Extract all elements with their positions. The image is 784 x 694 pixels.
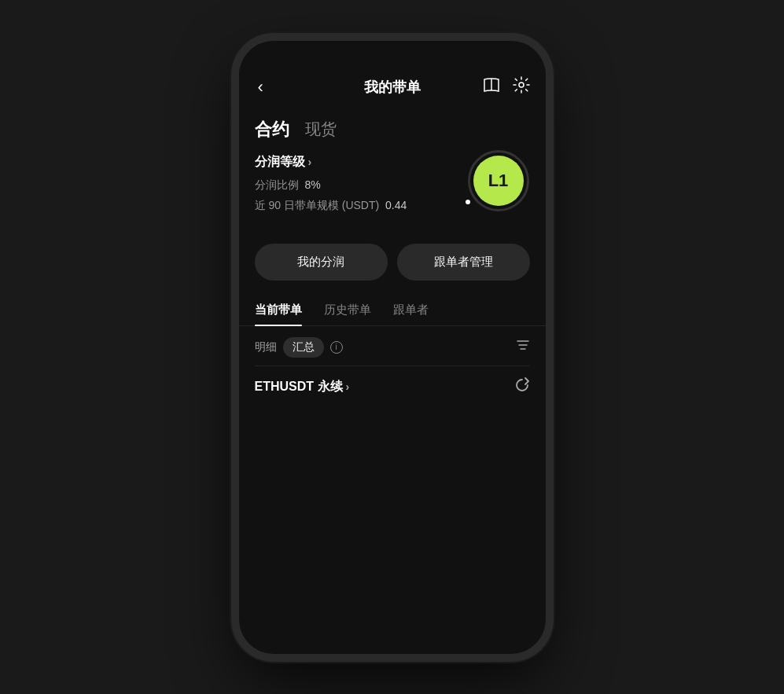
- detail-filter-btn[interactable]: 明细: [255, 339, 277, 356]
- tab-spot[interactable]: 现货: [305, 119, 337, 140]
- level-badge-container: L1: [467, 149, 530, 212]
- level-badge: L1: [473, 156, 524, 206]
- header-left: ‹: [255, 75, 267, 99]
- tab-history[interactable]: 历史带单: [324, 303, 371, 325]
- follower-management-button[interactable]: 跟单者管理: [397, 244, 530, 281]
- filter-left: 明细 汇总 i: [255, 337, 343, 358]
- level-dot: [466, 200, 470, 204]
- type-tabs: 合约 现货: [239, 108, 546, 154]
- header-icons: [483, 76, 530, 97]
- book-icon[interactable]: [483, 77, 500, 97]
- settings-icon[interactable]: [513, 76, 530, 97]
- page-title: 我的带单: [364, 78, 421, 97]
- tab-row: 当前带单 历史带单 跟单者: [239, 303, 546, 326]
- tab-followers[interactable]: 跟单者: [393, 303, 429, 325]
- market-row: ETHUSDT 永续 ›: [239, 366, 546, 405]
- summary-filter-btn[interactable]: 汇总: [283, 337, 324, 358]
- market-chevron-icon: ›: [346, 380, 350, 393]
- filter-button[interactable]: [516, 338, 530, 356]
- phone-frame: ‹ 我的带单 合约 现货: [239, 41, 546, 654]
- profit-ratio-value: 8%: [304, 178, 320, 191]
- action-buttons: 我的分润 跟单者管理: [239, 241, 546, 303]
- tab-current[interactable]: 当前带单: [255, 303, 302, 325]
- info-icon[interactable]: i: [330, 341, 343, 354]
- volume-value: 0.44: [385, 199, 407, 211]
- level-chevron-icon: ›: [308, 156, 312, 168]
- refresh-icon[interactable]: [514, 377, 530, 397]
- phone-notch: [345, 41, 440, 63]
- filter-row: 明细 汇总 i: [239, 326, 546, 365]
- header: ‹ 我的带单: [239, 63, 546, 108]
- back-button[interactable]: ‹: [255, 75, 267, 99]
- level-section: 分润等级 › 分润比例 8% 近 90 日带单规模 (USDT) 0.44 L1: [239, 154, 546, 241]
- tab-contract[interactable]: 合约: [255, 118, 289, 141]
- market-label[interactable]: ETHUSDT 永续 ›: [255, 379, 350, 395]
- my-profit-button[interactable]: 我的分润: [255, 244, 388, 281]
- svg-point-1: [519, 83, 524, 87]
- screen: ‹ 我的带单 合约 现货: [239, 63, 546, 405]
